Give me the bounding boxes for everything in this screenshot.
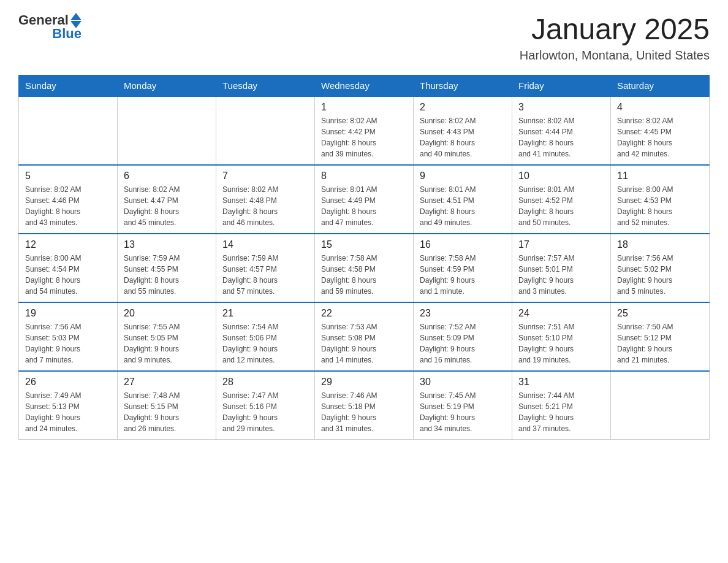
day-info: Sunrise: 8:01 AMSunset: 4:52 PMDaylight:… <box>518 184 604 228</box>
calendar-empty-cell <box>611 371 710 440</box>
day-header-saturday: Saturday <box>611 75 710 97</box>
calendar-week-2: 5Sunrise: 8:02 AMSunset: 4:46 PMDaylight… <box>19 165 710 234</box>
calendar-empty-cell <box>216 96 315 165</box>
day-number: 17 <box>518 239 604 250</box>
day-info: Sunrise: 7:58 AMSunset: 4:59 PMDaylight:… <box>420 253 506 297</box>
calendar-day-21: 21Sunrise: 7:54 AMSunset: 5:06 PMDayligh… <box>216 302 315 371</box>
day-number: 8 <box>321 170 407 182</box>
day-number: 22 <box>321 308 407 319</box>
calendar-day-29: 29Sunrise: 7:46 AMSunset: 5:18 PMDayligh… <box>315 371 414 440</box>
day-number: 13 <box>124 239 210 250</box>
day-number: 30 <box>420 377 506 388</box>
calendar-subtitle: Harlowton, Montana, United States <box>520 48 710 63</box>
day-header-wednesday: Wednesday <box>315 75 414 97</box>
day-info: Sunrise: 8:00 AMSunset: 4:54 PMDaylight:… <box>25 253 111 297</box>
day-number: 1 <box>321 102 407 113</box>
day-info: Sunrise: 7:49 AMSunset: 5:13 PMDaylight:… <box>25 390 111 434</box>
day-info: Sunrise: 7:59 AMSunset: 4:57 PMDaylight:… <box>222 253 308 297</box>
calendar-title: January 2025 <box>520 12 710 46</box>
day-number: 24 <box>518 308 604 319</box>
calendar-day-13: 13Sunrise: 7:59 AMSunset: 4:55 PMDayligh… <box>118 234 216 302</box>
day-number: 3 <box>518 102 604 113</box>
calendar-day-3: 3Sunrise: 8:02 AMSunset: 4:44 PMDaylight… <box>512 96 611 165</box>
calendar-day-30: 30Sunrise: 7:45 AMSunset: 5:19 PMDayligh… <box>414 371 512 440</box>
day-header-sunday: Sunday <box>19 75 118 97</box>
calendar-week-4: 19Sunrise: 7:56 AMSunset: 5:03 PMDayligh… <box>19 302 710 371</box>
calendar-day-18: 18Sunrise: 7:56 AMSunset: 5:02 PMDayligh… <box>611 234 710 302</box>
calendar-day-27: 27Sunrise: 7:48 AMSunset: 5:15 PMDayligh… <box>118 371 216 440</box>
day-number: 20 <box>124 308 210 319</box>
calendar-day-6: 6Sunrise: 8:02 AMSunset: 4:47 PMDaylight… <box>118 165 216 234</box>
day-info: Sunrise: 7:52 AMSunset: 5:09 PMDaylight:… <box>420 321 506 366</box>
day-info: Sunrise: 7:48 AMSunset: 5:15 PMDaylight:… <box>124 390 210 434</box>
day-number: 29 <box>321 377 407 388</box>
day-info: Sunrise: 8:02 AMSunset: 4:43 PMDaylight:… <box>420 115 506 159</box>
day-number: 28 <box>222 377 308 388</box>
day-info: Sunrise: 7:46 AMSunset: 5:18 PMDaylight:… <box>321 390 407 434</box>
day-number: 16 <box>420 239 506 250</box>
day-info: Sunrise: 7:47 AMSunset: 5:16 PMDaylight:… <box>222 390 308 434</box>
calendar-day-24: 24Sunrise: 7:51 AMSunset: 5:10 PMDayligh… <box>512 302 611 371</box>
calendar-header-row: SundayMondayTuesdayWednesdayThursdayFrid… <box>19 75 710 97</box>
day-info: Sunrise: 7:58 AMSunset: 4:58 PMDaylight:… <box>321 253 407 297</box>
calendar-week-5: 26Sunrise: 7:49 AMSunset: 5:13 PMDayligh… <box>19 371 710 440</box>
day-info: Sunrise: 8:01 AMSunset: 4:49 PMDaylight:… <box>321 184 407 228</box>
day-header-tuesday: Tuesday <box>216 75 315 97</box>
calendar-day-7: 7Sunrise: 8:02 AMSunset: 4:48 PMDaylight… <box>216 165 315 234</box>
calendar-day-16: 16Sunrise: 7:58 AMSunset: 4:59 PMDayligh… <box>414 234 512 302</box>
calendar-day-26: 26Sunrise: 7:49 AMSunset: 5:13 PMDayligh… <box>19 371 118 440</box>
calendar-day-4: 4Sunrise: 8:02 AMSunset: 4:45 PMDaylight… <box>611 96 710 165</box>
calendar-table: SundayMondayTuesdayWednesdayThursdayFrid… <box>18 75 710 440</box>
day-number: 7 <box>222 170 308 182</box>
day-number: 4 <box>617 102 703 113</box>
day-info: Sunrise: 8:01 AMSunset: 4:51 PMDaylight:… <box>420 184 506 228</box>
day-number: 26 <box>25 377 111 388</box>
calendar-empty-cell <box>118 96 216 165</box>
calendar-empty-cell <box>19 96 118 165</box>
day-info: Sunrise: 7:59 AMSunset: 4:55 PMDaylight:… <box>124 253 210 297</box>
day-info: Sunrise: 8:00 AMSunset: 4:53 PMDaylight:… <box>617 184 703 228</box>
day-info: Sunrise: 7:50 AMSunset: 5:12 PMDaylight:… <box>617 321 703 366</box>
day-info: Sunrise: 7:55 AMSunset: 5:05 PMDaylight:… <box>124 321 210 366</box>
logo-text-blue: Blue <box>52 26 82 42</box>
day-number: 2 <box>420 102 506 113</box>
day-number: 12 <box>25 239 111 250</box>
calendar-day-23: 23Sunrise: 7:52 AMSunset: 5:09 PMDayligh… <box>414 302 512 371</box>
day-info: Sunrise: 7:53 AMSunset: 5:08 PMDaylight:… <box>321 321 407 366</box>
day-number: 15 <box>321 239 407 250</box>
calendar-day-22: 22Sunrise: 7:53 AMSunset: 5:08 PMDayligh… <box>315 302 414 371</box>
title-block: January 2025 Harlowton, Montana, United … <box>520 12 710 63</box>
calendar-day-9: 9Sunrise: 8:01 AMSunset: 4:51 PMDaylight… <box>414 165 512 234</box>
calendar-day-15: 15Sunrise: 7:58 AMSunset: 4:58 PMDayligh… <box>315 234 414 302</box>
calendar-day-14: 14Sunrise: 7:59 AMSunset: 4:57 PMDayligh… <box>216 234 315 302</box>
day-info: Sunrise: 8:02 AMSunset: 4:45 PMDaylight:… <box>617 115 703 159</box>
day-number: 25 <box>617 308 703 319</box>
day-number: 10 <box>518 170 604 182</box>
day-info: Sunrise: 8:02 AMSunset: 4:47 PMDaylight:… <box>124 184 210 228</box>
calendar-day-1: 1Sunrise: 8:02 AMSunset: 4:42 PMDaylight… <box>315 96 414 165</box>
calendar-day-8: 8Sunrise: 8:01 AMSunset: 4:49 PMDaylight… <box>315 165 414 234</box>
calendar-week-3: 12Sunrise: 8:00 AMSunset: 4:54 PMDayligh… <box>19 234 710 302</box>
calendar-day-17: 17Sunrise: 7:57 AMSunset: 5:01 PMDayligh… <box>512 234 611 302</box>
day-number: 31 <box>518 377 604 388</box>
day-info: Sunrise: 7:45 AMSunset: 5:19 PMDaylight:… <box>420 390 506 434</box>
calendar-day-10: 10Sunrise: 8:01 AMSunset: 4:52 PMDayligh… <box>512 165 611 234</box>
day-info: Sunrise: 7:56 AMSunset: 5:03 PMDaylight:… <box>25 321 111 366</box>
day-header-thursday: Thursday <box>414 75 512 97</box>
day-number: 19 <box>25 308 111 319</box>
day-info: Sunrise: 7:54 AMSunset: 5:06 PMDaylight:… <box>222 321 308 366</box>
calendar-day-28: 28Sunrise: 7:47 AMSunset: 5:16 PMDayligh… <box>216 371 315 440</box>
calendar-day-12: 12Sunrise: 8:00 AMSunset: 4:54 PMDayligh… <box>19 234 118 302</box>
calendar-week-1: 1Sunrise: 8:02 AMSunset: 4:42 PMDaylight… <box>19 96 710 165</box>
day-info: Sunrise: 7:57 AMSunset: 5:01 PMDaylight:… <box>518 253 604 297</box>
day-info: Sunrise: 8:02 AMSunset: 4:48 PMDaylight:… <box>222 184 308 228</box>
day-info: Sunrise: 8:02 AMSunset: 4:42 PMDaylight:… <box>321 115 407 159</box>
day-number: 11 <box>617 170 703 182</box>
day-info: Sunrise: 8:02 AMSunset: 4:44 PMDaylight:… <box>518 115 604 159</box>
calendar-day-31: 31Sunrise: 7:44 AMSunset: 5:21 PMDayligh… <box>512 371 611 440</box>
day-number: 5 <box>25 170 111 182</box>
calendar-day-5: 5Sunrise: 8:02 AMSunset: 4:46 PMDaylight… <box>19 165 118 234</box>
calendar-day-11: 11Sunrise: 8:00 AMSunset: 4:53 PMDayligh… <box>611 165 710 234</box>
day-number: 27 <box>124 377 210 388</box>
day-number: 21 <box>222 308 308 319</box>
